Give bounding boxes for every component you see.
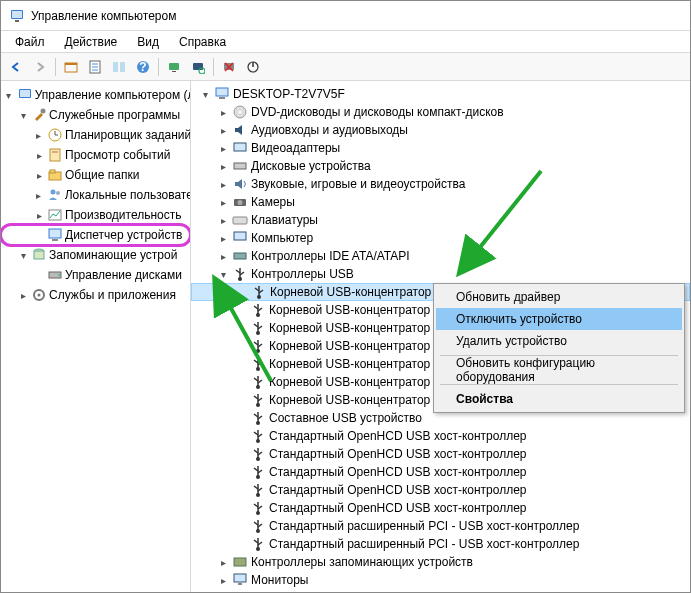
category-disks[interactable]: ▸Дисковые устройства bbox=[191, 157, 690, 175]
tree-event-viewer[interactable]: ▸ Просмотр событий bbox=[1, 145, 190, 165]
ctx-disable-device[interactable]: Отключить устройство bbox=[436, 308, 682, 330]
collapse-icon[interactable]: ▾ bbox=[17, 250, 29, 261]
separator bbox=[213, 58, 214, 76]
expand-icon[interactable]: ▸ bbox=[33, 190, 45, 201]
usb-item-icon bbox=[250, 356, 266, 372]
label: Стандартный расширенный PCI - USB хост-к… bbox=[269, 537, 579, 551]
tree-storage[interactable]: ▾ Запоминающие устрой bbox=[1, 245, 190, 265]
svg-rect-50 bbox=[234, 232, 246, 240]
usb-device-item[interactable]: Стандартный расширенный PCI - USB хост-к… bbox=[191, 535, 690, 553]
camera-icon bbox=[232, 194, 248, 210]
expand-icon[interactable]: ▸ bbox=[217, 575, 229, 586]
expand-icon[interactable]: ▸ bbox=[217, 143, 229, 154]
tree-performance[interactable]: ▸ Производительность bbox=[1, 205, 190, 225]
usb-device-item[interactable]: Стандартный расширенный PCI - USB хост-к… bbox=[191, 517, 690, 535]
show-hide-button[interactable] bbox=[60, 56, 82, 78]
svg-rect-29 bbox=[50, 170, 55, 173]
usb-device-item[interactable]: Стандартный OpenHCD USB хост-контроллер bbox=[191, 445, 690, 463]
category-ide[interactable]: ▸Контроллеры IDE ATA/ATAPI bbox=[191, 247, 690, 265]
scan-button[interactable] bbox=[163, 56, 185, 78]
ctx-properties[interactable]: Свойства bbox=[436, 388, 682, 410]
ctx-uninstall-device[interactable]: Удалить устройство bbox=[436, 330, 682, 352]
tree-shared-folders[interactable]: ▸ Общие папки bbox=[1, 165, 190, 185]
back-button[interactable] bbox=[5, 56, 27, 78]
label: Стандартный OpenHCD USB хост-контроллер bbox=[269, 483, 527, 497]
uninstall-button[interactable] bbox=[218, 56, 240, 78]
menu-action[interactable]: Действие bbox=[55, 33, 128, 51]
usb-device-item[interactable]: Стандартный OpenHCD USB хост-контроллер bbox=[191, 427, 690, 445]
tree-services[interactable]: ▸ Службы и приложения bbox=[1, 285, 190, 305]
services-icon bbox=[31, 287, 47, 303]
expand-icon[interactable]: ▸ bbox=[217, 215, 229, 226]
expand-icon[interactable]: ▸ bbox=[17, 290, 29, 301]
context-menu: Обновить драйвер Отключить устройство Уд… bbox=[433, 283, 685, 413]
shared-icon bbox=[47, 167, 63, 183]
expand-icon[interactable]: ▸ bbox=[217, 179, 229, 190]
sound-icon bbox=[232, 176, 248, 192]
collapse-icon[interactable]: ▾ bbox=[199, 89, 211, 100]
toolbar: ? bbox=[1, 53, 690, 81]
tree-disk-mgmt[interactable]: Управление дисками bbox=[1, 265, 190, 285]
help-button[interactable]: ? bbox=[132, 56, 154, 78]
enable-button[interactable] bbox=[242, 56, 264, 78]
usb-device-item[interactable]: Стандартный OpenHCD USB хост-контроллер bbox=[191, 463, 690, 481]
category-monitors[interactable]: ▸Мониторы bbox=[191, 571, 690, 589]
category-cameras[interactable]: ▸Камеры bbox=[191, 193, 690, 211]
left-tree[interactable]: ▾ Управление компьютером (л ▾ Служебные … bbox=[1, 81, 191, 592]
menu-file[interactable]: Файл bbox=[5, 33, 55, 51]
scan-hw-button[interactable] bbox=[187, 56, 209, 78]
category-game[interactable]: ▸Звуковые, игровые и видеоустройства bbox=[191, 175, 690, 193]
expand-icon[interactable]: ▸ bbox=[217, 233, 229, 244]
category-storage-ctrl[interactable]: ▸Контроллеры запоминающих устройств bbox=[191, 553, 690, 571]
label: Стандартный OpenHCD USB хост-контроллер bbox=[269, 429, 527, 443]
usb-item-icon bbox=[250, 338, 266, 354]
expand-icon[interactable]: ▸ bbox=[217, 125, 229, 136]
tree-root[interactable]: ▾ Управление компьютером (л bbox=[1, 85, 190, 105]
expand-icon[interactable]: ▸ bbox=[217, 251, 229, 262]
collapse-icon[interactable]: ▾ bbox=[217, 269, 229, 280]
category-dvd[interactable]: ▸DVD-дисководы и дисководы компакт-диско… bbox=[191, 103, 690, 121]
tree-device-manager[interactable]: Диспетчер устройств bbox=[1, 225, 190, 245]
menubar: Файл Действие Вид Справка bbox=[1, 31, 690, 53]
ctx-scan-hardware[interactable]: Обновить конфигурацию оборудования bbox=[436, 359, 682, 381]
expand-icon[interactable]: ▸ bbox=[33, 130, 45, 141]
expand-icon[interactable]: ▸ bbox=[217, 557, 229, 568]
category-mice[interactable]: ▸Мыши и иные указывающие устройства bbox=[191, 589, 690, 592]
usb-item-icon bbox=[250, 536, 266, 552]
menu-help[interactable]: Справка bbox=[169, 33, 236, 51]
collapse-icon[interactable]: ▾ bbox=[17, 110, 29, 121]
device-root[interactable]: ▾ DESKTOP-T2V7V5F bbox=[191, 85, 690, 103]
usb-device-item[interactable]: Стандартный OpenHCD USB хост-контроллер bbox=[191, 499, 690, 517]
usb-item-icon bbox=[250, 446, 266, 462]
category-video[interactable]: ▸Видеоадаптеры bbox=[191, 139, 690, 157]
category-audio[interactable]: ▸Аудиовходы и аудиовыходы bbox=[191, 121, 690, 139]
audio-icon bbox=[232, 122, 248, 138]
expand-icon[interactable]: ▸ bbox=[33, 170, 45, 181]
label: Аудиовходы и аудиовыходы bbox=[251, 123, 408, 137]
label: Мыши и иные указывающие устройства bbox=[251, 591, 474, 592]
label: Компьютер bbox=[251, 231, 313, 245]
forward-button[interactable] bbox=[29, 56, 51, 78]
tree-local-users[interactable]: ▸ Локальные пользовате bbox=[1, 185, 190, 205]
ctx-update-driver[interactable]: Обновить драйвер bbox=[436, 286, 682, 308]
tree-task-scheduler[interactable]: ▸ Планировщик заданий bbox=[1, 125, 190, 145]
usb-item-icon bbox=[250, 374, 266, 390]
storage-icon bbox=[31, 247, 47, 263]
tree-system-tools[interactable]: ▾ Служебные программы bbox=[1, 105, 190, 125]
usb-device-item[interactable]: Стандартный OpenHCD USB хост-контроллер bbox=[191, 481, 690, 499]
expand-icon[interactable]: ▸ bbox=[217, 107, 229, 118]
category-usb[interactable]: ▾Контроллеры USB bbox=[191, 265, 690, 283]
expand-icon[interactable]: ▸ bbox=[33, 150, 45, 161]
category-computer[interactable]: ▸Компьютер bbox=[191, 229, 690, 247]
properties-button[interactable] bbox=[84, 56, 106, 78]
category-keyboards[interactable]: ▸Клавиатуры bbox=[191, 211, 690, 229]
svg-rect-41 bbox=[216, 88, 228, 96]
label: Корневой USB-концентратор bbox=[269, 321, 430, 335]
expand-icon[interactable]: ▸ bbox=[33, 210, 45, 221]
menu-view[interactable]: Вид bbox=[127, 33, 169, 51]
svg-rect-116 bbox=[234, 558, 246, 566]
expand-icon[interactable]: ▸ bbox=[217, 161, 229, 172]
collapse-icon[interactable]: ▾ bbox=[3, 90, 15, 101]
export-button[interactable] bbox=[108, 56, 130, 78]
expand-icon[interactable]: ▸ bbox=[217, 197, 229, 208]
